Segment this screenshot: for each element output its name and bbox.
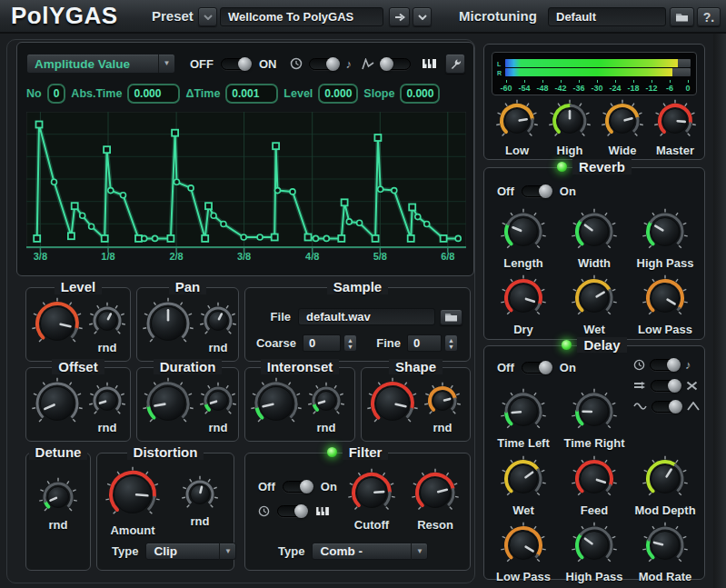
- knob-level[interactable]: [31, 297, 84, 350]
- section-title: Distortion: [127, 444, 204, 460]
- settings-button[interactable]: [445, 54, 465, 74]
- filter-section: Filter Off On CutoffReson Type Comb: [244, 453, 471, 571]
- note-icon: ♪: [346, 57, 353, 71]
- delay-sync-toggle[interactable]: [650, 359, 681, 371]
- section-title: Sample: [327, 279, 388, 294]
- knob-interonset[interactable]: [250, 377, 303, 430]
- svg-text:2/8: 2/8: [169, 251, 183, 262]
- knob-low-pass[interactable]: Low Pass: [488, 522, 559, 583]
- knob-duration-rnd[interactable]: rnd: [199, 382, 237, 434]
- field-value-level[interactable]: 0.000: [318, 84, 358, 104]
- knob-low-pass[interactable]: Low Pass: [630, 274, 701, 336]
- knob-amount[interactable]: Amount: [104, 466, 161, 537]
- distortion-type-select[interactable]: Clip ▼: [145, 543, 236, 560]
- knob-interonset-rnd[interactable]: rnd: [307, 382, 345, 434]
- knob-width[interactable]: Width: [559, 208, 630, 270]
- delay-power-toggle[interactable]: [522, 362, 552, 374]
- knob-mod-depth[interactable]: Mod Depth: [630, 455, 701, 517]
- field-value-no[interactable]: 0: [47, 84, 66, 104]
- level-meter: L R -60-54-48-42-36-30-24-18-12-60: [492, 52, 697, 95]
- knob-shape[interactable]: [366, 377, 419, 430]
- meter-scale-label: -24: [609, 80, 622, 93]
- knob-label: rnd: [317, 421, 336, 434]
- knob-mod-rate[interactable]: Mod Rate: [630, 522, 701, 583]
- knob-label: High: [557, 144, 583, 157]
- knob-pan-rnd[interactable]: rnd: [199, 302, 237, 354]
- note-icon: ♪: [685, 358, 691, 372]
- knob-label: rnd: [209, 341, 228, 354]
- knob-duration[interactable]: [142, 377, 194, 430]
- filter-type-select[interactable]: Comb - ▼: [312, 543, 428, 560]
- knob-reson[interactable]: Reson: [411, 468, 460, 532]
- knob-level-rnd[interactable]: rnd: [88, 302, 126, 354]
- sine-icon: [633, 402, 647, 411]
- window-edge: [713, 34, 726, 588]
- filter-power-toggle[interactable]: [283, 481, 313, 493]
- filter-keytrack-toggle[interactable]: [277, 505, 308, 517]
- knob-time-left[interactable]: Time Left: [488, 388, 559, 450]
- help-button[interactable]: ?.: [697, 7, 721, 26]
- knob-shape-rnd[interactable]: rnd: [423, 382, 462, 434]
- preset-field[interactable]: Wellcome To PolyGAS: [220, 7, 383, 26]
- next-preset-button[interactable]: [389, 7, 410, 26]
- knob-label: Time Right: [564, 436, 625, 450]
- knob-master[interactable]: Master: [653, 99, 697, 157]
- knob-time-right[interactable]: Time Right: [559, 388, 630, 450]
- delay-crossfeed-toggle[interactable]: [651, 380, 681, 392]
- knob-low[interactable]: Low: [495, 99, 539, 157]
- reverb-panel: Reverb Off On LengthWidthHigh PassDryWet…: [483, 167, 705, 340]
- knob-label: Reson: [417, 518, 453, 532]
- preset-dropdown-button[interactable]: [413, 7, 432, 26]
- meter-bar-left: [505, 59, 691, 67]
- knob-dry[interactable]: Dry: [488, 274, 559, 336]
- folder-icon: [444, 312, 458, 322]
- field-value-slope[interactable]: 0.000: [400, 84, 440, 104]
- type-label: Type: [112, 544, 138, 558]
- knob-wet[interactable]: Wet: [559, 274, 630, 336]
- coarse-value[interactable]: 0: [303, 334, 341, 352]
- fine-stepper[interactable]: ▲▼: [444, 334, 458, 352]
- field-value-abstime[interactable]: 0.000: [127, 84, 180, 104]
- knob-distortion-rnd[interactable]: rnd: [181, 475, 219, 537]
- panel-title: Delay: [577, 337, 626, 353]
- distortion-type-value: Clip: [146, 544, 219, 558]
- triangle-icon: [687, 402, 700, 411]
- knob-wet[interactable]: Wet: [488, 455, 559, 517]
- envelope-chart[interactable]: 3/81/82/83/84/85/86/8: [26, 112, 466, 264]
- fine-value[interactable]: 0: [407, 334, 442, 352]
- knob-high-pass[interactable]: High Pass: [630, 208, 701, 270]
- knob-label: Wet: [512, 503, 534, 517]
- envelope-sync-toggle[interactable]: [309, 58, 340, 70]
- sample-folder-button[interactable]: [440, 309, 462, 325]
- knob-high[interactable]: High: [548, 99, 592, 157]
- knob-wide[interactable]: Wide: [601, 99, 644, 157]
- sample-file-field[interactable]: default.wav: [298, 308, 435, 325]
- knob-pan[interactable]: [142, 297, 194, 350]
- knob-offset-rnd[interactable]: rnd: [88, 382, 126, 434]
- envelope-target-select[interactable]: Amplitude Value ▼: [26, 54, 175, 74]
- chevron-down-icon: ▼: [411, 543, 427, 561]
- knob-detune-rnd[interactable]: rnd: [38, 477, 78, 532]
- envelope-panel: Amplitude Value ▼ OFF ON ♪ No0Abs.Time0.…: [16, 42, 474, 276]
- meter-scale-label: -36: [572, 80, 585, 93]
- piano-icon[interactable]: [422, 58, 437, 69]
- delay-lfo-shape-toggle[interactable]: [651, 401, 682, 413]
- knob-offset[interactable]: [31, 377, 84, 430]
- folder-button[interactable]: [670, 7, 694, 26]
- microtuning-field[interactable]: Default: [548, 7, 666, 26]
- reverb-led: [557, 162, 567, 172]
- knob-length[interactable]: Length: [488, 208, 559, 270]
- knob-cutoff[interactable]: Cutoff: [347, 468, 396, 532]
- chevron-down-icon: ▼: [158, 55, 174, 73]
- reverb-power-toggle[interactable]: [522, 185, 552, 197]
- envelope-power-toggle[interactable]: [221, 58, 252, 70]
- knob-label: rnd: [191, 514, 210, 528]
- off-label: Off: [258, 480, 275, 493]
- coarse-stepper[interactable]: ▲▼: [343, 334, 357, 352]
- knob-feed[interactable]: Feed: [559, 455, 630, 517]
- envelope-mode-toggle[interactable]: [380, 58, 411, 70]
- field-value-time[interactable]: 0.001: [225, 84, 278, 104]
- knob-high-pass[interactable]: High Pass: [559, 522, 630, 583]
- preset-menu-button[interactable]: [198, 7, 217, 26]
- svg-text:4/8: 4/8: [305, 251, 319, 262]
